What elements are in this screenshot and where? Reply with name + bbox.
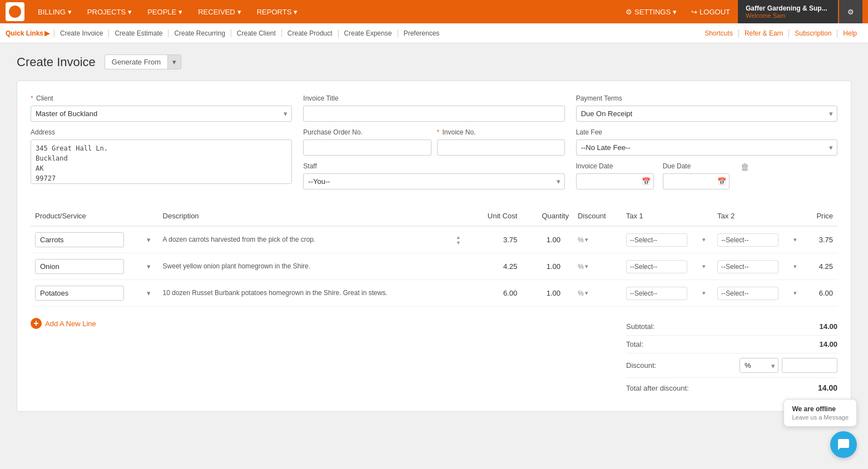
discount-row: Discount: % $ ▾: [626, 353, 837, 378]
due-date-group: Due Date 📅: [663, 162, 730, 189]
ql-help[interactable]: Help: [837, 29, 862, 37]
ql-create-product[interactable]: Create Product: [281, 29, 338, 37]
product-select-1[interactable]: Onion: [35, 259, 124, 274]
invoice-title-input[interactable]: [303, 106, 564, 122]
nav-billing[interactable]: BILLING ▾: [31, 0, 78, 23]
unit-cost-cell-2: [463, 280, 522, 307]
chevron-down-icon: ▾: [147, 236, 151, 244]
qty-cell-2: [522, 280, 573, 307]
qty-input-2[interactable]: [538, 289, 569, 297]
po-group: Purchase Order No.: [303, 128, 431, 156]
delete-date-icon[interactable]: 🗑: [741, 162, 750, 189]
chevron-down-icon[interactable]: ▾: [585, 263, 588, 270]
calendar-icon[interactable]: 📅: [717, 177, 726, 186]
desc-text-1: Sweet yellow onion plant homegrown in th…: [163, 262, 311, 270]
nav-received[interactable]: RECEIVED ▾: [191, 0, 247, 23]
tax2-select-wrap-0: --Select-- ▾: [717, 233, 800, 247]
invoice-date-group: Invoice Date 2019-07-08 📅: [576, 162, 654, 189]
settings-icon: ⚙: [626, 8, 632, 16]
tax1-select-0[interactable]: --Select--: [626, 233, 687, 247]
quick-links-label[interactable]: Quick Links ▶: [6, 29, 49, 37]
page-header: Create Invoice Generate From ▾: [17, 54, 851, 69]
chevron-down-icon: ▾: [147, 289, 151, 297]
price-value-0: 3.75: [819, 236, 833, 244]
ql-refer-earn[interactable]: Refer & Earn: [738, 29, 788, 37]
discount-cell-0: % ▾: [573, 226, 622, 253]
due-date-wrap: 📅: [663, 173, 730, 189]
payment-terms-select[interactable]: Due On Receipt: [576, 106, 837, 122]
generate-from-button[interactable]: Generate From ▾: [105, 54, 181, 69]
unit-cost-cell-1: [463, 253, 522, 280]
ql-create-estimate[interactable]: Create Estimate: [108, 29, 168, 37]
nav-gear-icon[interactable]: ⚙: [839, 0, 862, 23]
tax2-cell-0: --Select-- ▾: [713, 226, 804, 253]
discount-amount-input[interactable]: [782, 358, 837, 373]
client-select[interactable]: Master of Buckland: [31, 106, 292, 122]
tax1-select-wrap-0: --Select-- ▾: [626, 233, 708, 247]
tax2-select-1[interactable]: --Select--: [717, 260, 778, 273]
chevron-down-icon[interactable]: ▾: [585, 236, 588, 243]
address-textarea[interactable]: 345 Great Hall Ln. Buckland AK 99727 Uni…: [31, 139, 292, 184]
calendar-icon[interactable]: 📅: [642, 177, 651, 186]
ql-create-recurring[interactable]: Create Recurring: [168, 29, 230, 37]
unit-cost-input-1[interactable]: [481, 262, 517, 271]
chat-widget: We are offline Leave us a Message: [783, 399, 857, 423]
scroll-down-icon[interactable]: ▼: [456, 240, 461, 245]
logout-icon: ↪: [691, 8, 697, 16]
scroll-up-icon[interactable]: ▲: [456, 234, 461, 240]
discount-type-select[interactable]: % $: [740, 358, 778, 373]
qty-input-0[interactable]: [538, 236, 569, 244]
tax1-select-1[interactable]: --Select--: [626, 260, 687, 273]
qty-input-1[interactable]: [538, 262, 569, 271]
quick-links-bar: Quick Links ▶ Create Invoice Create Esti…: [0, 23, 868, 43]
nav-settings[interactable]: ⚙ SETTINGS ▾: [619, 0, 683, 23]
ql-subscription[interactable]: Subscription: [788, 29, 837, 37]
client-address-col: * Client Master of Buckland ▾ Address 34…: [31, 94, 292, 189]
tax1-select-2[interactable]: --Select--: [626, 287, 687, 300]
ql-shortcuts[interactable]: Shortcuts: [699, 29, 738, 37]
ql-preferences[interactable]: Preferences: [398, 29, 445, 37]
desc-cell-2: 10 dozen Russet Burbank potatoes homegro…: [158, 280, 463, 307]
tax1-cell-0: --Select-- ▾: [622, 226, 713, 253]
ql-right-links: Shortcuts Refer & Earn Subscription Help: [699, 29, 862, 37]
late-fee-group: Late Fee --No Late Fee-- ▾: [576, 128, 837, 156]
unit-cost-input-0[interactable]: [481, 236, 517, 244]
invoice-title-group: Invoice Title: [303, 94, 564, 122]
ql-create-client[interactable]: Create Client: [231, 29, 281, 37]
desc-text-2: 10 dozen Russet Burbank potatoes homegro…: [163, 289, 388, 297]
nav-logout[interactable]: ↪ LOGOUT: [685, 0, 737, 23]
tax2-select-wrap-1: --Select-- ▾: [717, 260, 800, 273]
product-cell-1: Onion ▾: [31, 253, 158, 280]
add-new-line-button[interactable]: + Add A New Line: [31, 318, 96, 329]
product-select-2[interactable]: Potatoes: [35, 286, 124, 301]
line-items-table: Product/Service Description Unit Cost Qu…: [31, 206, 837, 307]
tax2-select-0[interactable]: --Select--: [717, 233, 778, 247]
tax2-select-wrap-2: --Select-- ▾: [717, 287, 800, 300]
top-nav: BILLING ▾ PROJECTS ▾ PEOPLE ▾ RECEIVED ▾…: [0, 0, 868, 23]
tax2-cell-1: --Select-- ▾: [713, 253, 804, 280]
product-select-0[interactable]: Carrots: [35, 232, 124, 247]
ql-create-expense[interactable]: Create Expense: [338, 29, 398, 37]
qty-cell-0: [522, 226, 573, 253]
desc-text-0: A dozen carrots harvested from the pick …: [163, 236, 316, 243]
discount-cell-2: % ▾: [573, 280, 622, 307]
payment-terms-group: Payment Terms Due On Receipt ▾: [576, 94, 837, 122]
discount-pct-2: %: [578, 290, 584, 297]
po-input[interactable]: [303, 139, 431, 156]
logo[interactable]: [6, 2, 24, 21]
unit-cost-input-2[interactable]: [481, 289, 517, 297]
bottom-section: + Add A New Line Subtotal: 14.00 Total: …: [31, 318, 837, 398]
nav-projects[interactable]: PROJECTS ▾: [81, 0, 138, 23]
chevron-down-icon[interactable]: ▾: [585, 290, 588, 297]
tax2-select-2[interactable]: --Select--: [717, 287, 778, 300]
desc-cell-1: Sweet yellow onion plant homegrown in th…: [158, 253, 463, 280]
product-cell-2: Potatoes ▾: [31, 280, 158, 307]
invoice-no-input[interactable]: INV-100: [437, 139, 565, 156]
client-group: * Client Master of Buckland ▾: [31, 94, 292, 122]
staff-select[interactable]: --You--: [303, 173, 564, 189]
nav-people[interactable]: PEOPLE ▾: [141, 0, 189, 23]
late-fee-select[interactable]: --No Late Fee--: [576, 139, 837, 156]
price-cell-2: 6.00: [804, 280, 837, 307]
nav-reports[interactable]: REPORTS ▾: [250, 0, 305, 23]
ql-create-invoice[interactable]: Create Invoice: [54, 29, 108, 37]
